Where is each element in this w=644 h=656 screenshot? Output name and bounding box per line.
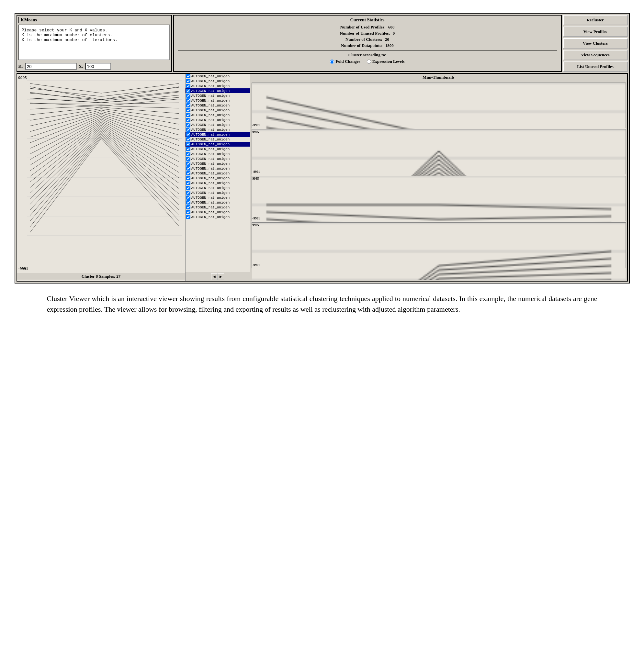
radio-fold-label[interactable]: Fold Changes [330, 59, 360, 64]
list-item[interactable]: AUTOGEN_rat_unigen [186, 185, 250, 190]
list-item[interactable]: AUTOGEN_rat_unigen [186, 98, 250, 103]
thumbnail-item[interactable]: 9995-9991 [252, 222, 626, 268]
profile-checkbox[interactable] [186, 98, 190, 102]
profile-label: AUTOGEN_rat_unigen [191, 206, 230, 209]
profile-checkbox[interactable] [186, 89, 190, 93]
profile-checkbox[interactable] [186, 147, 190, 151]
profile-list-scroll[interactable]: AUTOGEN_rat_unigenAUTOGEN_rat_unigenAUTO… [186, 74, 250, 271]
thumbnail-item[interactable]: 9995-9991 [252, 176, 626, 221]
radio-expr[interactable] [367, 60, 371, 64]
stats-panel: Current Statistics Number of Used Profil… [173, 15, 562, 72]
instruction-line-2: K is the maximum number of clusters. [22, 33, 167, 38]
profile-checkbox[interactable] [186, 210, 190, 214]
list-item[interactable]: AUTOGEN_rat_unigen [186, 215, 250, 219]
list-item[interactable]: AUTOGEN_rat_unigen [186, 108, 250, 113]
scroll-left-btn[interactable]: ◀ [211, 274, 217, 280]
list-item[interactable]: AUTOGEN_rat_unigen [186, 171, 250, 176]
list-item[interactable]: AUTOGEN_rat_unigen [186, 190, 250, 195]
profile-checkbox[interactable] [186, 191, 190, 195]
list-item[interactable]: AUTOGEN_rat_unigen [186, 156, 250, 161]
radio-expr-label[interactable]: Expression Levels [367, 59, 405, 64]
recluster-button[interactable]: Recluster [563, 15, 628, 25]
view-sequences-button[interactable]: View Sequences [563, 50, 628, 60]
stat-value-1: 0 [393, 31, 395, 36]
list-item[interactable]: AUTOGEN_rat_unigen [186, 127, 250, 132]
list-item[interactable]: AUTOGEN_rat_unigen [186, 195, 250, 200]
list-item[interactable]: AUTOGEN_rat_unigen [186, 88, 250, 93]
x-label: X: [79, 64, 83, 69]
profile-checkbox[interactable] [186, 142, 190, 146]
k-input[interactable] [25, 63, 77, 70]
list-item[interactable]: AUTOGEN_rat_unigen [186, 122, 250, 127]
profile-checkbox[interactable] [186, 132, 190, 137]
profile-checkbox[interactable] [186, 176, 190, 180]
instruction-line-1: Please select your K and X values. [22, 28, 167, 33]
thumbnail-item[interactable]: -9991 [252, 83, 626, 128]
profile-checkbox[interactable] [186, 205, 190, 209]
profile-checkbox[interactable] [186, 113, 190, 117]
profile-label: AUTOGEN_rat_unigen [191, 89, 230, 93]
list-item[interactable]: AUTOGEN_rat_unigen [186, 117, 250, 122]
profile-checkbox[interactable] [186, 166, 190, 170]
radio-row: Fold Changes Expression Levels [178, 59, 557, 64]
list-item[interactable]: AUTOGEN_rat_unigen [186, 79, 250, 84]
list-item[interactable]: AUTOGEN_rat_unigen [186, 147, 250, 151]
list-item[interactable]: AUTOGEN_rat_unigen [186, 200, 250, 205]
list-unused-profiles-button[interactable]: List Unused Profiles [563, 62, 628, 72]
profile-checkbox[interactable] [186, 84, 190, 88]
profile-checkbox[interactable] [186, 123, 190, 127]
stat-label-3: Number of Datapoints: [341, 43, 383, 48]
thumbnails-scroll[interactable]: -99919995-99919995-99919995-9991 [250, 81, 627, 280]
kmeans-title: KMeans [19, 17, 40, 23]
list-item[interactable]: AUTOGEN_rat_unigen [186, 166, 250, 171]
profile-checkbox[interactable] [186, 137, 190, 141]
profile-checkbox[interactable] [186, 215, 190, 219]
profile-checkbox[interactable] [186, 195, 190, 200]
view-profiles-button[interactable]: View Profiles [563, 26, 628, 37]
scroll-right-btn[interactable]: ▶ [217, 274, 224, 280]
list-item[interactable]: AUTOGEN_rat_unigen [186, 74, 250, 79]
profile-checkbox[interactable] [186, 157, 190, 161]
buttons-panel: Recluster View Profiles View Clusters Vi… [563, 15, 628, 72]
profile-checkbox[interactable] [186, 118, 190, 122]
profile-checkbox[interactable] [186, 108, 190, 112]
list-item[interactable]: AUTOGEN_rat_unigen [186, 210, 250, 215]
profile-label: AUTOGEN_rat_unigen [191, 152, 230, 156]
profile-checkbox[interactable] [186, 74, 190, 78]
profile-label: AUTOGEN_rat_unigen [191, 118, 230, 122]
profile-checkbox[interactable] [186, 186, 190, 190]
profile-checkbox[interactable] [186, 171, 190, 175]
list-item[interactable]: AUTOGEN_rat_unigen [186, 132, 250, 137]
stat-label-2: Number of Clusters: [345, 37, 383, 42]
kmeans-instructions: Please select your K and X values. K is … [19, 25, 170, 60]
list-item[interactable]: AUTOGEN_rat_unigen [186, 176, 250, 181]
list-item[interactable]: AUTOGEN_rat_unigen [186, 84, 250, 88]
stats-row-0: Number of Used Profiles: 600 [178, 25, 557, 30]
profile-checkbox[interactable] [186, 79, 190, 83]
list-item[interactable]: AUTOGEN_rat_unigen [186, 205, 250, 210]
profile-checkbox[interactable] [186, 162, 190, 166]
radio-fold[interactable] [330, 60, 334, 64]
thumbnail-item[interactable]: 9995-9991 [252, 129, 626, 174]
description-text: Cluster Viewer which is an interactive v… [47, 293, 597, 314]
thumb-y-bottom: -9991 [253, 170, 260, 173]
list-item[interactable]: AUTOGEN_rat_unigen [186, 161, 250, 166]
profile-checkbox[interactable] [186, 103, 190, 108]
profile-checkbox[interactable] [186, 181, 190, 185]
list-item[interactable]: AUTOGEN_rat_unigen [186, 103, 250, 108]
list-item[interactable]: AUTOGEN_rat_unigen [186, 93, 250, 98]
list-item[interactable]: AUTOGEN_rat_unigen [186, 137, 250, 142]
profile-checkbox[interactable] [186, 127, 190, 132]
x-input[interactable] [85, 63, 111, 70]
radio-expr-text: Expression Levels [372, 59, 405, 64]
profile-checkbox[interactable] [186, 200, 190, 205]
kmeans-inputs: K: X: [19, 63, 170, 70]
list-item[interactable]: AUTOGEN_rat_unigen [186, 181, 250, 185]
list-item[interactable]: AUTOGEN_rat_unigen [186, 142, 250, 147]
k-label: K: [19, 64, 23, 69]
profile-checkbox[interactable] [186, 152, 190, 156]
view-clusters-button[interactable]: View Clusters [563, 38, 628, 49]
list-item[interactable]: AUTOGEN_rat_unigen [186, 113, 250, 117]
profile-checkbox[interactable] [186, 94, 190, 98]
list-item[interactable]: AUTOGEN_rat_unigen [186, 151, 250, 156]
